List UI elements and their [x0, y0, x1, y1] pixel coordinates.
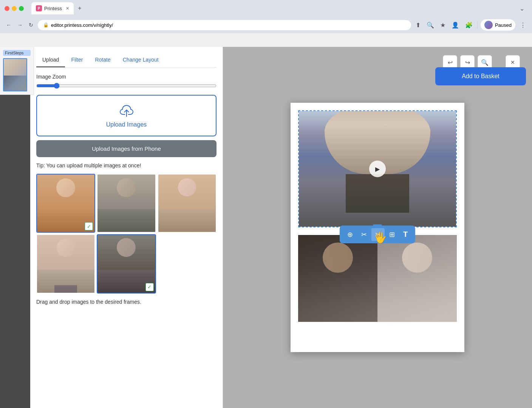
left-panel: Upload Filter Rotate Change Layout Image…: [30, 47, 223, 408]
image-item-2[interactable]: [97, 174, 156, 233]
upload-cloud-icon: [119, 103, 134, 118]
new-tab-btn[interactable]: +: [75, 4, 84, 13]
maximize-traffic-light[interactable]: [19, 6, 24, 11]
panel-tabs: Upload Filter Rotate Change Layout: [36, 53, 217, 68]
nav-bar: ← → ↻ 🔒 ⬆ 🔍 ★ 👤 🧩 Paused ⋮: [0, 17, 532, 33]
tab-title: Printess: [44, 6, 62, 11]
grid-icon: ⊞: [389, 230, 395, 239]
extensions-btn[interactable]: 🧩: [464, 20, 474, 30]
active-tab[interactable]: P Printess ✕: [31, 2, 74, 14]
close-traffic-light[interactable]: [5, 6, 9, 11]
close-icon: ✕: [510, 59, 515, 65]
tab-filter[interactable]: Filter: [65, 53, 89, 67]
sidebar: Photos: [0, 47, 30, 408]
image-toolbar: ⊕ ✂ ✂ ⊞ T: [340, 226, 415, 243]
canvas-area: ▶ ⊕ ✂ ✂ ⊞ T 🖐: [223, 47, 532, 408]
image-item-5[interactable]: ✓: [97, 234, 156, 293]
traffic-lights: [5, 6, 24, 11]
tab-upload[interactable]: Upload: [36, 53, 65, 67]
forward-btn[interactable]: →: [16, 20, 24, 29]
check-icon-1: ✓: [85, 222, 93, 230]
zoom-label: Image Zoom: [36, 74, 217, 80]
address-input[interactable]: [51, 22, 406, 28]
profiles-btn[interactable]: 👤: [450, 20, 461, 30]
text-icon: T: [403, 230, 408, 239]
bookmark-btn[interactable]: ★: [439, 20, 447, 30]
browser-chrome: P Printess ✕ + ⌄ ← → ↻ 🔒 ⬆ 🔍 ★ 👤 🧩 Paus: [0, 0, 532, 33]
image-grid: ✓: [36, 174, 217, 294]
tab-close-btn[interactable]: ✕: [66, 6, 69, 11]
undo-icon: ↩: [448, 59, 453, 66]
search-icon: 🔍: [481, 59, 489, 66]
reload-btn[interactable]: ↻: [27, 20, 35, 29]
cut-icon: ✂: [375, 230, 381, 239]
divider: [477, 21, 478, 29]
image-item-4[interactable]: [36, 234, 95, 293]
back-btn[interactable]: ←: [5, 20, 13, 29]
add-basket-row: Add to Basket: [435, 67, 526, 85]
zoom-btn[interactable]: 🔍: [425, 20, 436, 30]
minimize-traffic-light[interactable]: [12, 6, 17, 11]
profile-label: Paused: [495, 22, 512, 28]
share-btn[interactable]: ⬆: [414, 20, 422, 30]
play-btn[interactable]: ▶: [369, 161, 386, 177]
image-item-1[interactable]: ✓: [36, 174, 95, 233]
scissors-icon: ✂: [361, 230, 367, 239]
tab-rotate[interactable]: Rotate: [89, 53, 117, 67]
thumb-label: FirstSteps: [3, 50, 31, 56]
tab-bar: P Printess ✕ +: [27, 2, 517, 15]
image-item-3[interactable]: [158, 174, 217, 233]
frame-top[interactable]: ▶: [298, 110, 457, 227]
upload-label: Upload Images: [106, 121, 147, 128]
tab-change-layout[interactable]: Change Layout: [117, 53, 165, 67]
browser-menu-btn[interactable]: ⋮: [518, 20, 527, 30]
tab-favicon: P: [36, 5, 42, 11]
frame-bottom[interactable]: [298, 235, 457, 322]
drag-drop-text: Drag and drop images to the desired fram…: [36, 299, 217, 305]
address-bar-container[interactable]: 🔒: [38, 20, 411, 30]
toolbar-text-btn[interactable]: T: [399, 228, 411, 241]
check-icon-5: ✓: [145, 283, 154, 291]
toolbar-cut-btn[interactable]: ✂: [371, 228, 385, 241]
zoom-slider[interactable]: [36, 83, 217, 89]
thumb-top: [4, 59, 26, 76]
zoom-in-icon: ⊕: [347, 230, 353, 239]
thumbnail-preview[interactable]: [3, 58, 27, 91]
redo-icon: ↪: [465, 59, 470, 66]
add-to-basket-btn[interactable]: Add to Basket: [435, 67, 526, 85]
profile-avatar: [484, 21, 493, 29]
tab-menu-btn[interactable]: ⌄: [520, 5, 527, 12]
title-bar: P Printess ✕ + ⌄: [0, 0, 532, 17]
thumbnail-panel: FirstSteps: [0, 47, 34, 95]
thumb-bottom: [4, 76, 26, 91]
toolbar-zoom-btn[interactable]: ⊕: [343, 228, 357, 241]
profile-btn[interactable]: Paused: [481, 19, 515, 31]
canvas-page: ▶ ⊕ ✂ ✂ ⊞ T 🖐: [291, 103, 464, 352]
nav-actions: ⬆ 🔍 ★ 👤 🧩 Paused ⋮: [414, 19, 527, 31]
toolbar-grid-btn[interactable]: ⊞: [385, 228, 399, 241]
tip-text: Tip: You can upload multiple images at o…: [36, 162, 217, 168]
upload-btn[interactable]: Upload Images: [36, 95, 217, 136]
phone-upload-btn[interactable]: Upload Images from Phone: [36, 140, 217, 157]
toolbar-scissors-btn[interactable]: ✂: [357, 228, 371, 241]
